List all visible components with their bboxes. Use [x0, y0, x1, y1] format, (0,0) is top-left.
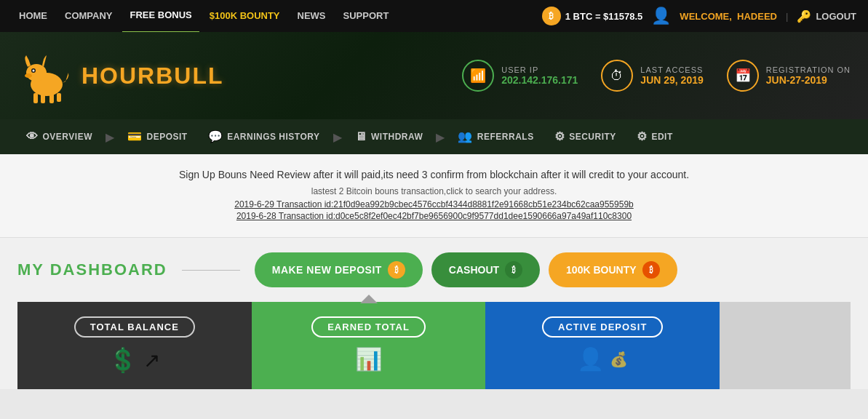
- earned-total-badge: EARNED TOTAL: [311, 316, 426, 338]
- nav-arrow-1: ▶: [105, 130, 114, 144]
- deposit-button-label: MAKE NEW DEPOSIT: [272, 264, 382, 276]
- nav-edit[interactable]: ⚙ EDIT: [628, 119, 682, 154]
- notice-sub-text: lastest 2 Bitcoin bouns transaction,clic…: [29, 186, 839, 196]
- chart-icon: 📊: [355, 346, 382, 372]
- top-navigation: HOME COMPANY FREE BONUS $100K BOUNTY NEW…: [0, 0, 868, 32]
- nav-withdraw[interactable]: 🖥 WITHDRAW: [346, 119, 432, 154]
- notice-section: Sign Up Bouns Need Review after it will …: [0, 154, 868, 238]
- nav-security[interactable]: ⚙ SECURITY: [546, 119, 625, 154]
- referrals-icon: 👥: [458, 119, 473, 154]
- btc-value: 1 BTC = $11578.5: [565, 11, 643, 22]
- registration-block: 📅 REGISTRATION ON JUN-27-2019: [727, 60, 851, 92]
- eye-icon: 👁: [26, 119, 39, 154]
- earned-total-card: EARNED TOTAL 📊: [252, 302, 486, 389]
- nav-bounty[interactable]: $100K BOUNTY: [202, 0, 287, 32]
- bounty-button-label: 100K BOUNTY: [566, 264, 636, 276]
- edit-icon: ⚙: [637, 119, 648, 154]
- active-deposit-badge: ACTIVE DEPOSIT: [542, 316, 663, 338]
- header-info: 📶 USER IP 202.142.176.171 ⏱ LAST ACCESS …: [462, 60, 851, 92]
- welcome-text: WELCOME, HADEED: [680, 11, 777, 22]
- dashboard-title: MY DASHBOARD: [17, 260, 167, 279]
- cards-row: TOTAL BALANCE 💲 ↗ EARNED TOTAL 📊 ACTIVE …: [17, 302, 851, 389]
- nav-divider: |: [786, 11, 788, 22]
- dollar-circle-icon: 💲: [108, 346, 138, 374]
- secondary-navigation: 👁 OVERVIEW ▶ 💳 DEPOSIT 💬 EARNINGS HISTOR…: [0, 119, 868, 154]
- registration-value: JUN-27-2019: [766, 74, 851, 86]
- logout-label: LOGOUT: [816, 11, 856, 22]
- user-avatar-block: 👤: [651, 7, 671, 25]
- header-banner: HOURBULL 📶 USER IP 202.142.176.171 ⏱ LAS…: [0, 32, 868, 119]
- deposit-btc-badge: ₿: [388, 261, 405, 279]
- bull-logo-icon: [17, 47, 76, 105]
- total-balance-card: TOTAL BALANCE 💲 ↗: [17, 302, 252, 389]
- nav-arrow-3: ▶: [436, 130, 445, 144]
- security-icon: ⚙: [554, 119, 565, 154]
- top-right-info: ₿ 1 BTC = $11578.5 👤 WELCOME, HADEED | 🔑…: [542, 7, 856, 25]
- make-new-deposit-button[interactable]: MAKE NEW DEPOSIT ₿: [255, 252, 423, 287]
- nav-earnings[interactable]: 💬 EARNINGS HISTORY: [199, 119, 329, 154]
- svg-point-8: [25, 73, 32, 78]
- key-icon: 🔑: [797, 9, 811, 23]
- logo-section: HOURBULL: [17, 47, 224, 105]
- bounty-btc-badge: ₿: [642, 261, 660, 279]
- arrow-up-icon: ↗: [143, 348, 160, 372]
- cards-side-area: [720, 302, 851, 389]
- clock-icon: ⏱: [601, 60, 633, 92]
- username-label: HADEED: [737, 11, 777, 22]
- deposit-icon: 💳: [127, 119, 143, 154]
- dashboard-actions: MAKE NEW DEPOSIT ₿ CASHOUT ₿ 100K BOUNTY…: [255, 252, 677, 287]
- logout-button[interactable]: 🔑 LOGOUT: [797, 9, 856, 23]
- total-balance-badge: TOTAL BALANCE: [74, 316, 195, 338]
- last-access-block: ⏱ LAST ACCESS JUN 29, 2019: [601, 60, 703, 92]
- total-balance-icons: 💲 ↗: [108, 346, 160, 374]
- nav-arrow-2: ▶: [333, 130, 342, 144]
- dashboard-header: MY DASHBOARD MAKE NEW DEPOSIT ₿ CASHOUT …: [17, 252, 851, 287]
- person-deposit-icon: 👤: [577, 346, 604, 372]
- nav-deposit[interactable]: 💳 DEPOSIT: [119, 119, 196, 154]
- cashout-button-label: CASHOUT: [449, 264, 499, 276]
- active-deposit-icons: 👤 💰: [577, 346, 628, 372]
- svg-rect-5: [57, 93, 61, 102]
- nav-home[interactable]: HOME: [12, 0, 55, 32]
- withdraw-icon: 🖥: [355, 119, 367, 154]
- user-ip-value: 202.142.176.171: [501, 74, 578, 86]
- deposit-indicator-icon: 💰: [610, 351, 628, 368]
- svg-point-7: [33, 70, 35, 72]
- btc-price: ₿ 1 BTC = $11578.5: [542, 7, 643, 25]
- cashout-button[interactable]: CASHOUT ₿: [431, 252, 540, 287]
- last-access-label: LAST ACCESS: [640, 65, 703, 74]
- earned-total-icons: 📊: [355, 346, 382, 372]
- active-deposit-card: ACTIVE DEPOSIT 👤 💰: [485, 302, 720, 389]
- dashboard-divider-line: [182, 270, 240, 271]
- user-ip-label: USER IP: [501, 65, 578, 74]
- site-name: HOURBULL: [81, 63, 224, 89]
- nav-support[interactable]: SUPPORT: [336, 0, 397, 32]
- btc-icon: ₿: [542, 7, 561, 25]
- user-avatar-icon: 👤: [651, 7, 671, 25]
- nav-free-bonus[interactable]: FREE BONUS: [122, 0, 199, 33]
- notice-tx2[interactable]: 2019-6-28 Transaction id:d0ce5c8f2ef0ec4…: [29, 211, 839, 221]
- user-ip-block: 📶 USER IP 202.142.176.171: [462, 60, 578, 92]
- earnings-icon: 💬: [208, 119, 223, 154]
- cashout-btc-badge: ₿: [505, 261, 522, 279]
- transaction-2-link[interactable]: 2019-6-28 Transaction id:d0ce5c8f2ef0ec4…: [236, 211, 632, 221]
- notice-main-text: Sign Up Bouns Need Review after it will …: [29, 169, 839, 180]
- dashboard-section: MY DASHBOARD MAKE NEW DEPOSIT ₿ CASHOUT …: [0, 238, 868, 389]
- nav-referrals[interactable]: 👥 REFERRALS: [449, 119, 542, 154]
- wifi-icon: 📶: [462, 60, 494, 92]
- transaction-1-link[interactable]: 2019-6-29 Transaction id:21f0d9ea992b9cb…: [234, 199, 633, 210]
- last-access-value: JUN 29, 2019: [640, 74, 703, 86]
- nav-news[interactable]: NEWS: [290, 0, 333, 32]
- nav-links: HOME COMPANY FREE BONUS $100K BOUNTY NEW…: [12, 0, 396, 33]
- nav-overview[interactable]: 👁 OVERVIEW: [17, 119, 101, 154]
- svg-rect-3: [41, 93, 45, 103]
- calendar-icon: 📅: [727, 60, 759, 92]
- bounty-button[interactable]: 100K BOUNTY ₿: [549, 252, 677, 287]
- svg-rect-2: [33, 93, 38, 103]
- notice-tx1[interactable]: 2019-6-29 Transaction id:21f0d9ea992b9cb…: [29, 199, 839, 210]
- registration-label: REGISTRATION ON: [766, 65, 851, 74]
- nav-company[interactable]: COMPANY: [57, 0, 119, 32]
- card-pointer: [360, 295, 378, 303]
- svg-rect-4: [49, 93, 54, 103]
